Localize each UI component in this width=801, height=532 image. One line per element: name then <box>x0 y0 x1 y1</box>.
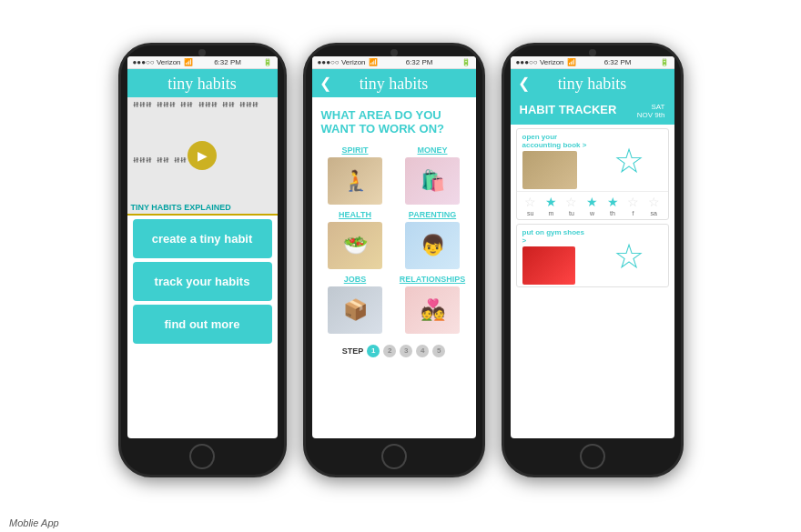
video-section[interactable]: 𝍸𝍸𝍸 𝍸𝍸𝍸 𝍸𝍸 𝍸𝍸𝍸 𝍸𝍸 𝍸𝍸𝍸 𝍸𝍸𝍸 𝍸𝍸 𝍸𝍸 ▶ <box>127 97 278 216</box>
wifi-icon-3: 📶 <box>567 58 576 66</box>
phone-screen-3: ●●●○○ Verizon 📶 6:32 PM 🔋 ❮ tiny habits … <box>511 56 674 438</box>
area-health-label: HEALTH <box>339 210 371 219</box>
day-f-star[interactable]: ☆ <box>627 195 639 209</box>
area-spirit-label: SPIRIT <box>341 146 368 155</box>
area-jobs-label: JOBS <box>344 275 367 284</box>
day-th: ★ th <box>607 195 619 216</box>
area-jobs-img: 📦 <box>328 286 382 334</box>
area-parenting[interactable]: PARENTING 👦 <box>397 210 469 269</box>
battery-icon-1: 🔋 <box>263 58 272 66</box>
star-outline-icon: ☆ <box>613 144 644 178</box>
tracker-date: SAT NOV 9th <box>637 103 665 119</box>
day-tu-star[interactable]: ☆ <box>565 195 577 209</box>
day-m: ★ m <box>545 195 557 216</box>
phone-2: ●●●○○ Verizon 📶 6:32 PM 🔋 ❮ tiny habits … <box>303 43 485 477</box>
areas-grid: SPIRIT 🧎 MONEY 🛍️ HEALTH 🥗 <box>312 142 476 337</box>
area-health-img: 🥗 <box>328 222 382 269</box>
area-money-img: 🛍️ <box>405 157 460 205</box>
area-parenting-label: PARENTING <box>409 210 456 219</box>
app-title-1: tiny habits <box>167 75 237 93</box>
caption: Moblie App <box>0 512 801 532</box>
app-header-2: ❮ tiny habits <box>312 69 476 97</box>
app-title-3: tiny habits <box>558 75 627 93</box>
find-out-more-button[interactable]: find out more <box>133 305 272 344</box>
day-sa-star[interactable]: ☆ <box>648 195 660 209</box>
step-1: 1 <box>367 345 380 357</box>
star-outline-icon-2: ☆ <box>613 239 644 274</box>
step-5: 5 <box>432 345 445 357</box>
step-label: STEP <box>342 346 364 356</box>
video-label: TINY HABITS EXPLAINED <box>127 201 278 214</box>
phone-screen-1: ●●●○○ Verizon 📶 6:32 PM 🔋 tiny habits 𝍸𝍸… <box>127 56 278 438</box>
area-jobs[interactable]: JOBS 📦 <box>319 275 391 334</box>
day-w: ★ w <box>586 195 598 216</box>
habit-2-link[interactable]: put on gym shoes > <box>522 228 590 245</box>
habit-2-image <box>522 246 575 285</box>
app-title-2: tiny habits <box>360 75 429 93</box>
phone-camera-1 <box>198 49 206 56</box>
habit-card-1-top: open your accounting book > ☆ <box>517 129 668 191</box>
wifi-icon-1: 📶 <box>184 58 193 66</box>
time-2: 6:32 PM <box>406 58 433 66</box>
track-habits-button[interactable]: track your habits <box>133 262 272 301</box>
habit-card-1: open your accounting book > ☆ ☆ su ★ <box>516 128 669 220</box>
area-relationships-label: RELATIONSHIPS <box>400 275 465 284</box>
habit-1-image <box>522 151 577 189</box>
habit-2-star-big[interactable]: ☆ <box>595 239 663 274</box>
tracker-title: HABIT TRACKER <box>520 103 617 116</box>
habit-1-star-big[interactable]: ☆ <box>595 144 663 178</box>
day-m-star[interactable]: ★ <box>545 195 557 209</box>
habit-card-2: put on gym shoes > ☆ <box>516 224 669 287</box>
day-tu: ☆ tu <box>565 195 577 216</box>
back-arrow-2[interactable]: ❮ <box>319 75 331 92</box>
step-4: 4 <box>416 345 429 357</box>
play-button[interactable]: ▶ <box>188 141 217 170</box>
app-header-3: ❮ tiny habits <box>511 69 674 97</box>
area-money-label: MONEY <box>417 146 447 155</box>
step-bar: STEP 1 2 3 4 5 <box>312 337 476 361</box>
phone-1: ●●●○○ Verizon 📶 6:32 PM 🔋 tiny habits 𝍸𝍸… <box>118 43 287 477</box>
back-arrow-3[interactable]: ❮ <box>518 75 530 92</box>
day-f: ☆ f <box>627 195 639 216</box>
day-su: ☆ su <box>524 195 536 216</box>
day-th-star[interactable]: ★ <box>607 195 619 209</box>
status-bar-1: ●●●○○ Verizon 📶 6:32 PM 🔋 <box>127 56 278 69</box>
area-health[interactable]: HEALTH 🥗 <box>319 210 391 269</box>
status-bar-2: ●●●○○ Verizon 📶 6:32 PM 🔋 <box>312 56 476 69</box>
home-button-2[interactable] <box>381 444 407 469</box>
day-sa: ☆ sa <box>648 195 660 216</box>
step-3: 3 <box>400 345 412 357</box>
time-3: 6:32 PM <box>604 58 632 66</box>
home-button-3[interactable] <box>580 444 605 469</box>
video-overlay: ▶ <box>127 97 278 214</box>
carrier-1: ●●●○○ Verizon <box>133 58 181 66</box>
carrier-2: ●●●○○ Verizon <box>318 58 366 66</box>
battery-icon-2: 🔋 <box>461 58 471 66</box>
create-habit-button[interactable]: create a tiny habit <box>133 219 272 258</box>
wifi-icon-2: 📶 <box>369 58 378 66</box>
date-day: SAT <box>637 103 665 111</box>
status-bar-3: ●●●○○ Verizon 📶 6:32 PM 🔋 <box>511 56 674 69</box>
time-1: 6:32 PM <box>214 58 241 66</box>
habit-card-2-top: put on gym shoes > ☆ <box>517 225 668 286</box>
date-full: NOV 9th <box>637 111 665 119</box>
day-su-star[interactable]: ☆ <box>524 195 536 209</box>
days-row-1: ☆ su ★ m ☆ tu ★ w <box>517 191 668 219</box>
habit-1-link[interactable]: open your accounting book > <box>522 133 590 149</box>
area-parenting-img: 👦 <box>405 222 460 269</box>
area-money[interactable]: MONEY 🛍️ <box>397 146 469 205</box>
area-spirit[interactable]: SPIRIT 🧎 <box>319 146 391 205</box>
home-button-1[interactable] <box>189 444 215 469</box>
step-2: 2 <box>383 345 396 357</box>
area-relationships-img: 💑 <box>405 286 460 334</box>
phone-3: ●●●○○ Verizon 📶 6:32 PM 🔋 ❮ tiny habits … <box>502 43 684 477</box>
area-relationships[interactable]: RELATIONSHIPS 💑 <box>397 275 469 334</box>
phone-screen-2: ●●●○○ Verizon 📶 6:32 PM 🔋 ❮ tiny habits … <box>312 56 476 438</box>
app-header-1: tiny habits <box>127 69 278 97</box>
day-w-star[interactable]: ★ <box>586 195 598 209</box>
area-spirit-img: 🧎 <box>328 157 382 205</box>
phone-camera-3 <box>589 49 596 56</box>
battery-icon-3: 🔋 <box>660 58 669 66</box>
phone-camera-2 <box>390 49 398 56</box>
main-area: ●●●○○ Verizon 📶 6:32 PM 🔋 tiny habits 𝍸𝍸… <box>0 0 801 512</box>
